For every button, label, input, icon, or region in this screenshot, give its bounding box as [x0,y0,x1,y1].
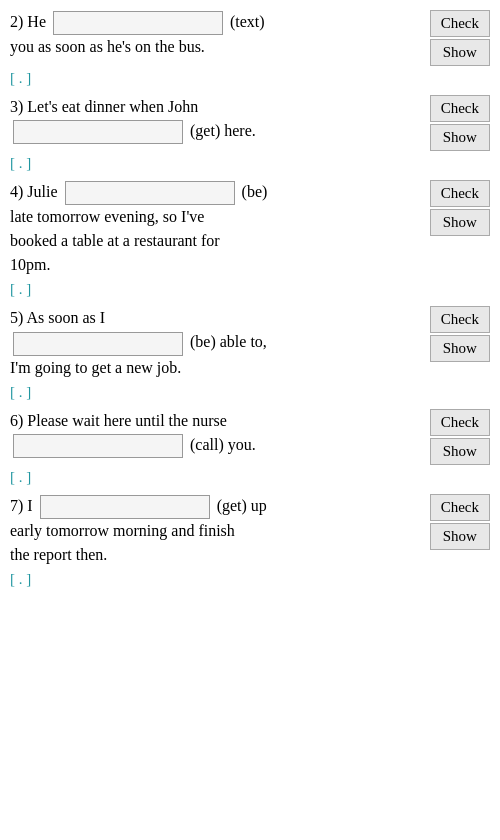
q6-btn-group: Check Show [430,409,490,465]
q6-show-button[interactable]: Show [430,438,490,465]
q5-verb-hint: (be) able to, [190,333,267,350]
q5-suffix: I'm going to get a new job. [10,356,422,380]
question-3-content: 3) Let's eat dinner when John (get) here… [10,95,430,144]
question-7: 7) I (get) up early tomorrow morning and… [10,494,490,588]
q7-check-button[interactable]: Check [430,494,490,521]
question-6-text: 6) Please wait here until the nurse [10,409,422,433]
q5-show-button[interactable]: Show [430,335,490,362]
q5-input[interactable] [13,332,183,356]
q2-number: 2) [10,13,23,30]
q3-verb-hint: (get) here. [190,122,256,139]
q4-check-button[interactable]: Check [430,180,490,207]
q7-show-button[interactable]: Show [430,523,490,550]
question-5: 5) As soon as I (be) able to, I'm going … [10,306,490,400]
question-2: 2) He (text) you as soon as he's on the … [10,10,490,87]
q4-verb-hint: (be) [242,183,268,200]
q7-feedback: [ . ] [10,571,490,588]
q4-show-button[interactable]: Show [430,209,490,236]
question-4-content: 4) Julie (be) late tomorrow evening, so … [10,180,430,277]
q3-feedback: [ . ] [10,155,490,172]
q2-feedback: [ . ] [10,70,490,87]
q4-feedback: [ . ] [10,281,490,298]
question-6-row: 6) Please wait here until the nurse (cal… [10,409,490,465]
q7-suffix-1: early tomorrow morning and finish [10,519,422,543]
question-7-row: 7) I (get) up early tomorrow morning and… [10,494,490,567]
q4-suffix-2: booked a table at a restaurant for [10,229,422,253]
q6-input[interactable] [13,434,183,458]
question-3-row: 3) Let's eat dinner when John (get) here… [10,95,490,151]
q5-input-line: (be) able to, [10,330,422,355]
q3-number: 3) [10,98,23,115]
question-5-row: 5) As soon as I (be) able to, I'm going … [10,306,490,379]
question-2-text: 2) He (text) [10,10,422,35]
q2-check-button[interactable]: Check [430,10,490,37]
q4-suffix-1: late tomorrow evening, so I've [10,205,422,229]
question-4-text: 4) Julie (be) [10,180,422,205]
q3-input[interactable] [13,120,183,144]
q2-show-button[interactable]: Show [430,39,490,66]
q2-verb-hint: (text) [230,13,265,30]
q2-prefix: He [27,13,46,30]
q5-feedback: [ . ] [10,384,490,401]
question-4-row: 4) Julie (be) late tomorrow evening, so … [10,180,490,277]
q2-btn-group: Check Show [430,10,490,66]
q4-input[interactable] [65,181,235,205]
question-5-content: 5) As soon as I (be) able to, I'm going … [10,306,430,379]
q2-input[interactable] [53,11,223,35]
q4-btn-group: Check Show [430,180,490,236]
q2-suffix: you as soon as he's on the bus. [10,35,422,59]
q6-number: 6) Please wait here until the nurse [10,412,227,429]
q7-input[interactable] [40,495,210,519]
q7-btn-group: Check Show [430,494,490,550]
question-3-text: 3) Let's eat dinner when John [10,95,422,119]
q3-prefix: Let's eat dinner when John [27,98,198,115]
question-6: 6) Please wait here until the nurse (cal… [10,409,490,486]
q4-number: 4) Julie [10,183,62,200]
q3-btn-group: Check Show [430,95,490,151]
question-6-content: 6) Please wait here until the nurse (cal… [10,409,430,458]
q3-input-line: (get) here. [10,119,422,144]
q5-check-button[interactable]: Check [430,306,490,333]
question-7-content: 7) I (get) up early tomorrow morning and… [10,494,430,567]
q3-show-button[interactable]: Show [430,124,490,151]
q6-input-line: (call) you. [10,433,422,458]
question-2-content: 2) He (text) you as soon as he's on the … [10,10,430,59]
question-5-text: 5) As soon as I [10,306,422,330]
question-7-text: 7) I (get) up [10,494,422,519]
q7-verb-hint: (get) up [217,497,267,514]
question-2-row: 2) He (text) you as soon as he's on the … [10,10,490,66]
q6-feedback: [ . ] [10,469,490,486]
q5-number: 5) As soon as I [10,309,105,326]
q5-btn-group: Check Show [430,306,490,362]
q4-suffix-3: 10pm. [10,253,422,277]
q7-suffix-2: the report then. [10,543,422,567]
q6-check-button[interactable]: Check [430,409,490,436]
question-4: 4) Julie (be) late tomorrow evening, so … [10,180,490,298]
q3-check-button[interactable]: Check [430,95,490,122]
q6-verb-hint: (call) you. [190,436,256,453]
question-3: 3) Let's eat dinner when John (get) here… [10,95,490,172]
q7-number: 7) I [10,497,37,514]
